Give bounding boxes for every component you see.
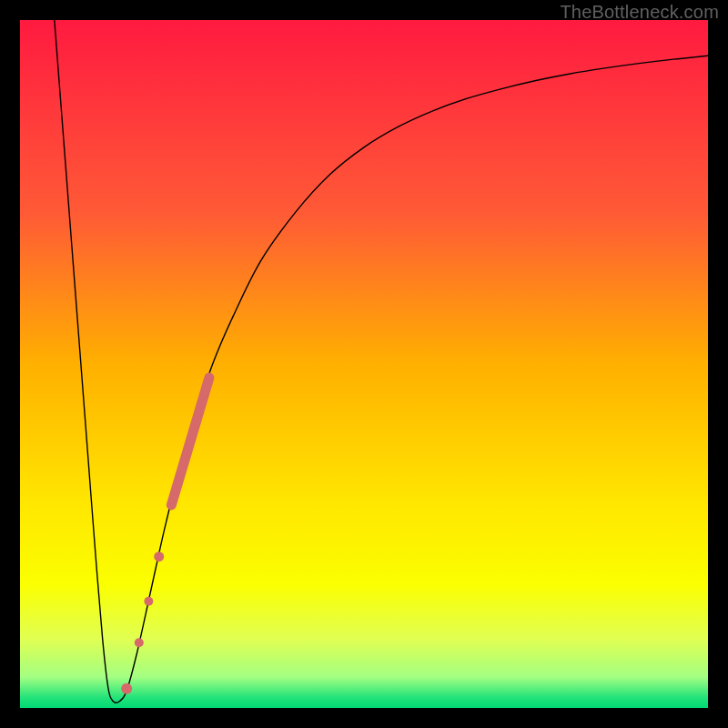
marker-dot [154,551,164,561]
marker-dot [144,597,153,606]
watermark-text: TheBottleneck.com [560,2,719,23]
marker-dot [121,683,132,694]
plot-area [20,20,708,708]
gradient-background [20,20,708,708]
marker-dot [135,638,144,647]
chart-frame: TheBottleneck.com [0,0,728,728]
chart-svg [20,20,708,708]
